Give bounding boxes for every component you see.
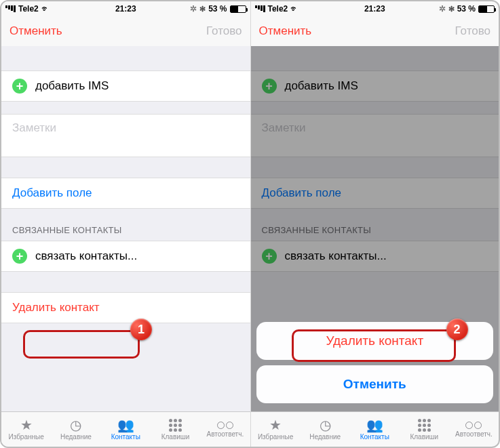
sheet-cancel-label: Отменить — [343, 377, 406, 392]
tab-favorites: ★Избранные — [251, 412, 301, 447]
star-icon: ★ — [269, 418, 282, 432]
phone-screen-left: Tele2 ᯤ 21:23 ✲ ✻ 53 % Отменить Готово +… — [1, 1, 250, 447]
status-bar: Tele2 ᯤ 21:23 ✲ ✻ 53 % — [251, 1, 499, 16]
voicemail-icon — [465, 422, 482, 429]
delete-contact-label: Удалить контакт — [12, 301, 100, 314]
sheet-cancel-button[interactable]: Отменить — [256, 365, 494, 403]
link-contacts-cell: + связать контакты... — [251, 241, 499, 272]
plus-icon: + — [12, 79, 27, 94]
add-field-label: Добавить поле — [262, 186, 342, 200]
star-icon: ★ — [20, 418, 33, 432]
add-field-cell: Добавить поле — [251, 178, 499, 209]
battery-icon — [478, 5, 495, 13]
contacts-icon: 👥 — [117, 418, 134, 432]
contacts-icon: 👥 — [366, 418, 383, 432]
clock-icon: ◷ — [70, 418, 81, 432]
link-contacts-label: связать контакты... — [285, 249, 387, 263]
notes-placeholder: Заметки — [12, 121, 56, 135]
tab-recents: ◷Недавние — [301, 412, 350, 447]
tab-voicemail[interactable]: Автоответч. — [200, 412, 250, 447]
notes-placeholder: Заметки — [262, 121, 306, 135]
action-sheet: Удалить контакт Отменить — [256, 322, 494, 409]
phone-screen-right: Tele2 ᯤ 21:23 ✲ ✻ 53 % Отменить Готово +… — [250, 1, 499, 447]
nav-bar: Отменить Готово — [1, 16, 250, 46]
add-ims-label: добавить IMS — [285, 79, 358, 93]
add-ims-cell: + добавить IMS — [251, 70, 499, 102]
tab-contacts: 👥Контакты — [350, 412, 400, 447]
tab-keypad: Клавиши — [400, 412, 449, 447]
sheet-delete-button[interactable]: Удалить контакт — [256, 322, 494, 360]
add-field-cell[interactable]: Добавить поле — [1, 178, 250, 209]
link-contacts-cell[interactable]: + связать контакты... — [1, 241, 250, 272]
loading-icon: ✲ — [190, 4, 197, 14]
notes-cell[interactable]: Заметки — [1, 114, 250, 157]
voicemail-icon — [217, 422, 233, 429]
delete-contact-cell[interactable]: Удалить контакт — [1, 292, 250, 323]
add-ims-label: добавить IMS — [35, 79, 109, 93]
add-field-label: Добавить поле — [12, 186, 92, 200]
link-contacts-label: связать контакты... — [35, 249, 137, 263]
tab-contacts[interactable]: 👥Контакты — [101, 412, 151, 447]
clock: 21:23 — [251, 4, 499, 14]
bluetooth-icon: ✻ — [199, 5, 206, 14]
done-button: Готово — [455, 24, 491, 38]
linked-contacts-header: СВЯЗАННЫЕ КОНТАКТЫ — [251, 209, 499, 241]
clock-icon: ◷ — [320, 418, 331, 432]
tab-recents[interactable]: ◷Недавние — [51, 412, 100, 447]
callout-box-1 — [23, 330, 140, 359]
plus-icon: + — [12, 249, 27, 264]
tab-bar: ★Избранные ◷Недавние 👥Контакты Клавиши А… — [1, 411, 250, 447]
plus-icon: + — [262, 79, 277, 94]
sheet-delete-label: Удалить контакт — [326, 333, 423, 348]
linked-contacts-header: СВЯЗАННЫЕ КОНТАКТЫ — [1, 209, 250, 241]
bluetooth-icon: ✻ — [448, 5, 455, 14]
nav-bar: Отменить Готово — [251, 16, 499, 46]
cancel-button: Отменить — [259, 24, 312, 38]
loading-icon: ✲ — [439, 4, 446, 14]
status-bar: Tele2 ᯤ 21:23 ✲ ✻ 53 % — [1, 1, 250, 16]
keypad-icon — [169, 419, 182, 432]
tab-keypad[interactable]: Клавиши — [151, 412, 200, 447]
plus-icon: + — [262, 249, 277, 264]
done-button: Готово — [206, 24, 242, 38]
tab-voicemail: Автоответч. — [449, 412, 499, 447]
tab-bar: ★Избранные ◷Недавние 👥Контакты Клавиши А… — [251, 411, 499, 447]
keypad-icon — [418, 419, 431, 432]
tab-favorites[interactable]: ★Избранные — [1, 412, 51, 447]
battery-icon — [230, 5, 246, 13]
cancel-button[interactable]: Отменить — [9, 24, 62, 38]
clock: 21:23 — [1, 4, 250, 14]
notes-cell: Заметки — [251, 114, 499, 157]
add-ims-cell[interactable]: + добавить IMS — [1, 70, 250, 102]
